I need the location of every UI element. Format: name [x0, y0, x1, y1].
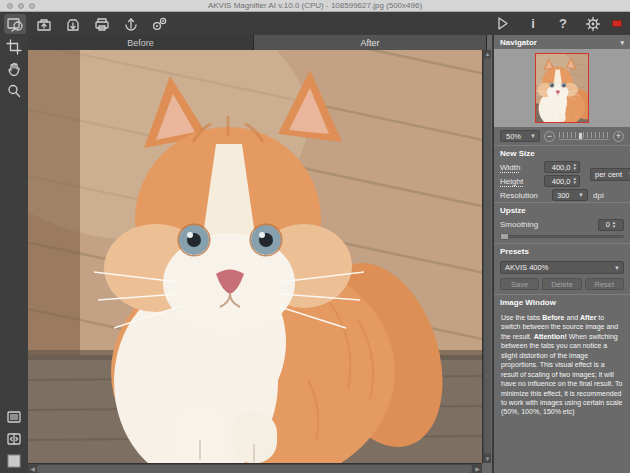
resolution-row: Resolution 300 ▼ dpi — [494, 188, 630, 202]
smoothing-label: Smoothing — [500, 220, 598, 229]
view-mode-group — [3, 405, 25, 471]
vertical-scrollbar[interactable]: ▲ ▼ — [482, 50, 491, 463]
chevron-down-icon: ▼ — [578, 192, 584, 198]
smoothing-row: Smoothing 0 ▲▼ — [494, 217, 630, 232]
scroll-down-arrow[interactable]: ▼ — [483, 455, 492, 463]
hand-tool-icon[interactable] — [3, 59, 25, 79]
navigator-header: Navigator ▾ — [494, 35, 630, 49]
tab-after[interactable]: After — [254, 35, 487, 50]
units-select[interactable]: per cent ▼ — [590, 168, 630, 181]
titlebar: AKVIS Magnifier AI v.10.0 (CPU) - 108599… — [0, 0, 630, 12]
scroll-right-arrow[interactable]: ▶ — [473, 464, 482, 473]
smoothing-value: 0 — [606, 220, 610, 229]
kitten-photo — [28, 50, 482, 463]
zoom-controls: 50% ▼ − + — [494, 127, 630, 145]
resolution-units: dpi — [593, 191, 604, 200]
reset-preset-button[interactable]: Reset — [585, 278, 624, 290]
main-toolbar: i ? — [0, 12, 630, 35]
split-window-view-icon[interactable] — [3, 429, 25, 449]
width-value: 400,0 — [552, 163, 571, 172]
horizontal-scroll-thumb[interactable] — [37, 465, 472, 473]
zoom-out-button[interactable]: − — [544, 131, 555, 142]
batch-settings-icon[interactable] — [149, 14, 171, 34]
tab-before[interactable]: Before — [28, 35, 254, 50]
navigator-thumbnail[interactable] — [535, 53, 589, 123]
save-preset-button[interactable]: Save — [500, 278, 539, 290]
tool-sidebar — [0, 35, 28, 473]
preset-select[interactable]: AKVIS 400% ▼ — [500, 261, 624, 274]
vertical-scroll-thumb[interactable] — [484, 58, 491, 454]
settings-panel: Navigator ▾ 50% ▼ − + New Size Width 400… — [492, 35, 630, 473]
zoom-tool-icon[interactable] — [3, 81, 25, 101]
navigator-preview-area[interactable] — [494, 49, 630, 127]
smoothing-slider[interactable] — [500, 233, 624, 240]
preset-value: AKVIS 400% — [505, 263, 548, 272]
chevron-down-icon: ▼ — [614, 265, 620, 271]
height-input[interactable]: 400,0 ▲▼ — [544, 175, 580, 187]
open-image-icon[interactable] — [33, 14, 55, 34]
zoom-level-select[interactable]: 50% ▼ — [500, 130, 540, 142]
upsize-header: Upsize — [494, 202, 630, 217]
new-size-header: New Size — [494, 145, 630, 160]
image-canvas[interactable] — [28, 50, 482, 463]
hints-header: Image Window — [494, 294, 630, 309]
height-value: 400,0 — [552, 177, 571, 186]
resolution-value: 300 — [557, 191, 570, 200]
toolbar-left-group — [4, 14, 171, 34]
save-image-icon[interactable] — [62, 14, 84, 34]
zoom-level-value: 50% — [506, 132, 521, 141]
width-stepper[interactable]: ▲▼ — [573, 163, 577, 171]
presets-header: Presets — [494, 243, 630, 258]
scroll-left-arrow[interactable]: ◀ — [28, 464, 37, 473]
height-row: Height 400,0 ▲▼ — [494, 174, 590, 188]
preferences-icon[interactable] — [582, 14, 604, 34]
background-color-icon[interactable] — [3, 451, 25, 471]
workspace-icon[interactable] — [4, 14, 26, 34]
smoothing-slider-track — [500, 235, 624, 238]
resolution-select[interactable]: 300 ▼ — [552, 189, 588, 201]
toolbar-right-group: i ? — [492, 14, 622, 34]
single-window-view-icon[interactable] — [3, 407, 25, 427]
view-tabbar: Before After — [28, 35, 487, 50]
height-stepper[interactable]: ▲▼ — [573, 177, 577, 185]
width-label[interactable]: Width — [500, 163, 544, 172]
info-icon[interactable]: i — [522, 14, 544, 34]
navigator-title: Navigator — [500, 38, 537, 47]
units-value: per cent — [595, 170, 622, 179]
run-icon[interactable] — [492, 14, 514, 34]
smoothing-slider-handle[interactable] — [500, 233, 509, 240]
preset-buttons: Save Delete Reset — [494, 276, 630, 294]
crop-tool-icon[interactable] — [3, 37, 25, 57]
resolution-label: Resolution — [500, 191, 552, 200]
size-grid: Width 400,0 ▲▼ Height 400,0 ▲▼ per cent … — [494, 160, 630, 188]
delete-preset-button[interactable]: Delete — [542, 278, 581, 290]
window-title: AKVIS Magnifier AI v.10.0 (CPU) - 108599… — [0, 0, 630, 12]
license-badge[interactable] — [612, 20, 622, 27]
zoom-slider-handle[interactable] — [578, 132, 583, 141]
width-row: Width 400,0 ▲▼ — [494, 160, 590, 174]
navigator-collapse-icon[interactable]: ▾ — [620, 39, 624, 47]
chevron-down-icon: ▼ — [530, 133, 536, 139]
horizontal-scrollbar[interactable]: ◀ ▶ — [28, 463, 482, 473]
help-icon[interactable]: ? — [552, 14, 574, 34]
share-icon[interactable] — [120, 14, 142, 34]
width-input[interactable]: 400,0 ▲▼ — [544, 161, 580, 173]
smoothing-stepper[interactable]: ▲▼ — [612, 221, 616, 229]
zoom-slider[interactable] — [559, 132, 609, 141]
print-icon[interactable] — [91, 14, 113, 34]
help-text: Use the tabs Before and After to switch … — [494, 309, 630, 421]
app-window: { "window": { "title": "AKVIS Magnifier … — [0, 0, 630, 473]
smoothing-input[interactable]: 0 ▲▼ — [598, 219, 624, 231]
height-label[interactable]: Height — [500, 177, 544, 186]
scroll-up-arrow[interactable]: ▲ — [483, 50, 492, 58]
zoom-in-button[interactable]: + — [613, 131, 624, 142]
